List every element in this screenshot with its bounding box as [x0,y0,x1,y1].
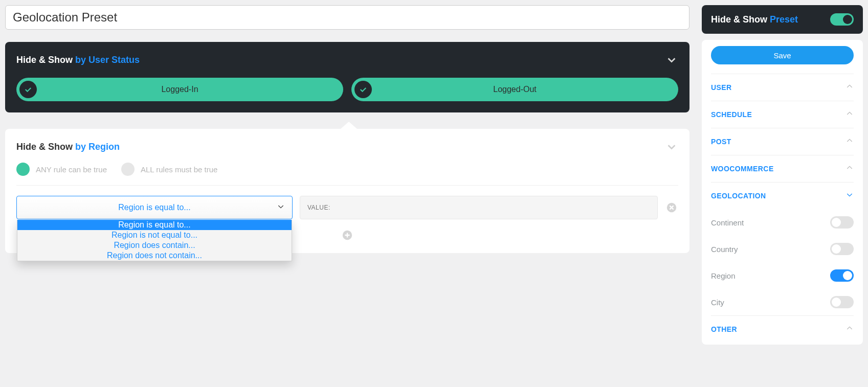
rule-mode-label: ALL rules must be true [141,165,217,174]
dropdown-option[interactable]: Region does contain... [17,240,292,251]
accordion-label: USER [711,83,732,92]
pill-label: Logged-Out [351,85,678,94]
accordion-schedule[interactable]: SCHEDULE [711,101,854,128]
preset-enable-toggle[interactable] [830,13,854,26]
city-toggle[interactable] [830,296,854,308]
accordion-label: SCHEDULE [711,110,752,119]
rule-mode-all[interactable]: ALL rules must be true [121,163,217,176]
accordion-other[interactable]: OTHER [711,315,854,343]
chevron-up-icon [845,164,854,174]
accordion-label: OTHER [711,325,737,333]
chevron-up-icon [845,136,854,147]
title-accent: by Region [75,142,120,152]
remove-rule-button[interactable] [665,201,678,214]
save-button[interactable]: Save [711,46,854,64]
pill-logged-in[interactable]: Logged-In [16,78,343,101]
accordion-label: WOOCOMMERCE [711,165,774,173]
accordion-woocommerce[interactable]: WOOCOMMERCE [711,155,854,182]
title-accent: by User Status [75,55,140,65]
geo-label: Country [711,245,738,254]
continent-toggle[interactable] [830,216,854,229]
country-toggle[interactable] [830,243,854,255]
radio-dot [121,163,135,176]
collapse-user-status[interactable] [665,53,678,66]
chevron-up-icon [845,324,854,334]
pill-label: Logged-In [16,85,343,94]
radio-dot [16,163,30,176]
chevron-up-icon [845,82,854,93]
accordion-geolocation[interactable]: GEOLOCATION [711,182,854,209]
geo-region-row: Region [711,262,854,289]
accordion-label: POST [711,138,731,146]
accordion-post[interactable]: POST [711,128,854,155]
rule-mode-any[interactable]: ANY rule can be true [16,163,107,176]
geo-continent-row: Continent [711,209,854,236]
dropdown-option[interactable]: Region is equal to... [17,220,292,230]
dropdown-option[interactable]: Region does not contain... [17,251,292,261]
region-toggle[interactable] [830,269,854,282]
preset-name-input[interactable] [5,5,689,30]
region-panel: Hide & Show by Region ANY rule can be tr… [5,129,689,253]
user-status-title: Hide & Show by User Status [16,55,140,65]
geo-label: Region [711,271,736,280]
rule-mode-label: ANY rule can be true [36,165,107,174]
title-prefix: Hide & Show [16,142,75,152]
condition-select[interactable]: Region is equal to... Region is equal to… [16,196,293,219]
collapse-region[interactable] [665,140,678,153]
chevron-up-icon [845,109,854,120]
geo-country-row: Country [711,236,854,262]
select-value: Region is equal to... [118,203,190,212]
condition-dropdown: Region is equal to... Region is not equa… [17,220,292,261]
sidebar-body: Save USER SCHEDULE POST WOOCOMMERCE GEOL… [702,40,863,345]
region-title: Hide & Show by Region [16,142,120,152]
geo-city-row: City [711,289,854,315]
title-prefix: Hide & Show [16,55,75,65]
geo-label: Continent [711,218,744,227]
chevron-down-icon [845,191,854,201]
condition-value-input[interactable] [300,196,658,219]
accordion-user[interactable]: USER [711,74,854,101]
geo-label: City [711,298,724,307]
pill-logged-out[interactable]: Logged-Out [351,78,678,101]
user-status-panel: Hide & Show by User Status Logged-In Log… [5,42,689,112]
sidebar-header-accent: Preset [770,14,798,25]
chevron-down-icon [277,202,285,213]
sidebar-header-prefix: Hide & Show [711,14,770,25]
add-rule-button[interactable] [341,229,354,242]
sidebar-header: Hide & Show Preset [702,5,863,34]
dropdown-option[interactable]: Region is not equal to... [17,230,292,240]
accordion-label: GEOLOCATION [711,192,766,200]
